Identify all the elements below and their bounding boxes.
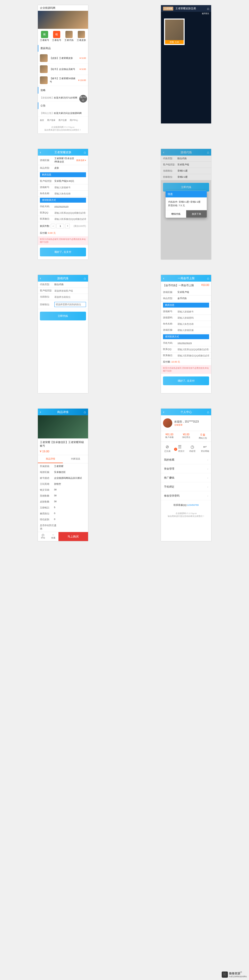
boost-button[interactable]: 立即代练 [40, 312, 86, 320]
section-tag-contact: 填写联系方式 [163, 334, 209, 339]
back-icon[interactable]: ‹ [163, 410, 164, 414]
stat-notice[interactable]: 0 篇网站公告 [195, 433, 211, 439]
detail-tabs: 商品详情 大家说说 [38, 455, 88, 463]
nav-register[interactable]: 用户注册 [57, 118, 68, 122]
home-icon[interactable]: ⌂ [207, 410, 209, 414]
field-client: 客户端类型:安卓客户端 [161, 162, 211, 168]
home-icon[interactable]: ⌂ [84, 150, 86, 154]
total-row: 应付额: 9.00 元 [38, 230, 88, 236]
avatar[interactable] [163, 418, 172, 428]
order-pending-pay[interactable]: ☰2待支付 [174, 444, 186, 453]
product-image [165, 19, 184, 40]
field-current-rank[interactable]: 当前段位: [38, 294, 88, 300]
menu-password[interactable]: 修改登录密码 [161, 492, 211, 500]
order-done[interactable]: ⊘已完成 [161, 444, 174, 453]
comment-icon[interactable]: 💬评论 [38, 533, 48, 541]
back-icon[interactable]: ‹ [163, 150, 164, 154]
field-role[interactable]: 角色名称: [38, 191, 88, 197]
nav-home[interactable]: 首页 [39, 118, 45, 122]
field-client[interactable]: 客户端类型:安卓客户端(9.00)元 [38, 178, 88, 185]
warning-text: 联系方式请务必填写,否则将导致不必要的损失本站概不负责! [161, 365, 211, 374]
account-input[interactable] [54, 186, 86, 189]
field-current-rank: 当前段位:青铜3-1星 [161, 168, 211, 174]
home-icon[interactable]: ⌂ [207, 276, 209, 280]
order-funds[interactable]: ↩资金明细 [199, 444, 211, 453]
role-input[interactable] [177, 323, 209, 325]
bottom-bar: 💬评论 ♡收藏 马上购买 [38, 532, 88, 541]
qq-input[interactable] [177, 348, 209, 351]
product-item[interactable]: 【账号】王者荣耀30级账号¥ 19.00 [38, 75, 88, 86]
field-account[interactable]: 游戏账号: [38, 185, 88, 191]
qty-plus[interactable]: + [65, 224, 70, 228]
qq-input[interactable] [54, 212, 86, 214]
order-status-row: ⊘已完成 ☰2待支付 ◷待处理 ↩资金明细 [161, 442, 211, 455]
product-price: ¥10.00 [201, 284, 209, 287]
order-processing[interactable]: ◷待处理 [186, 444, 199, 453]
pay-button[interactable]: 填好了, 去支付 [163, 377, 209, 385]
page-header: ‹ 一周金币上限 ⌂ [161, 275, 211, 282]
client-select[interactable] [54, 290, 86, 292]
nav-login[interactable]: 用户登录 [46, 118, 56, 122]
news-item[interactable]: 【网站公告】欢迎大家访问企业猫源码网 [38, 110, 88, 117]
field-boost-type[interactable]: 代练类型:段位代练 [38, 282, 88, 288]
wechat-input[interactable] [177, 354, 209, 357]
target-rank-select[interactable] [54, 302, 86, 307]
tab-detail[interactable]: 商品详情 [38, 455, 63, 463]
product-name: 王者荣耀【安卓微信区】王者荣耀30级账号 [38, 438, 88, 450]
field-phone[interactable]: 手机号码:15123123123 [38, 204, 88, 210]
favorite-icon[interactable]: ♡收藏 [48, 533, 59, 541]
category-row: 账王者账号 租王者租号 王者代练 王者皮肤 [38, 29, 88, 44]
home-icon[interactable]: ⌂ [84, 276, 86, 280]
current-rank-select[interactable] [54, 296, 86, 298]
modal-continue[interactable]: 继续代练 [166, 210, 186, 218]
product-item[interactable]: 【皮肤】王者荣耀皮肤¥ 9.00 [38, 53, 88, 64]
back-icon[interactable]: ‹ [40, 276, 41, 280]
product-card[interactable]: 价格: 9.00 [164, 19, 185, 45]
field-client[interactable]: 客户端类型: [38, 288, 88, 294]
app-title: 企业猫源码网 [38, 5, 88, 11]
product-item[interactable]: 【租号】企业猫会员账号¥ 9.00 [38, 64, 88, 75]
home-icon[interactable]: ⌂ [207, 6, 209, 11]
buy-button[interactable]: 马上购买 [59, 532, 88, 541]
cat-account[interactable]: 账王者账号 [39, 31, 50, 42]
home-icon[interactable]: ⌂ [84, 410, 86, 414]
logout-link[interactable]: 注销登录 [174, 423, 199, 426]
menu-funds[interactable]: 资金管理 [161, 465, 211, 473]
stat-frozen[interactable]: ¥0.00冻结资金 [178, 433, 195, 439]
server-input[interactable] [177, 329, 209, 331]
field-target-rank[interactable]: 目标段位: [38, 300, 88, 309]
qty-input[interactable] [56, 224, 64, 228]
wechat-input[interactable] [54, 218, 86, 220]
account-input[interactable] [177, 310, 209, 313]
page-header: ‹ 商品详情 ⌂ [38, 409, 88, 415]
field-server[interactable]: 游戏区服:王者荣耀 /安卓全区 /苹果全区更多选择 ▾ [38, 156, 88, 165]
qty-minus[interactable]: − [51, 224, 55, 228]
footer-copyright: 企业猫源码网 © 2.71ly.cn请勿用来进行违法活动你将负法律责任！ [38, 124, 88, 134]
game-logo: 王者荣耀 [163, 7, 173, 11]
back-icon[interactable]: ‹ [163, 276, 164, 280]
back-icon[interactable]: ‹ [40, 150, 41, 154]
boost-button: 立即代练 [163, 183, 209, 192]
password-input[interactable] [177, 317, 209, 319]
role-input[interactable] [54, 192, 86, 195]
pay-button[interactable]: 填好了, 去支付 [40, 248, 86, 256]
footer-nav: 首页 用户登录 用户注册 用户中心 [38, 117, 88, 124]
modal-cancel[interactable]: 放弃下单 [186, 210, 207, 218]
field-target-rank: 目标段位:青铜2-2星 [161, 174, 211, 180]
back-icon[interactable]: ‹ [40, 410, 41, 414]
contact-qq[interactable]: 123456789 [187, 504, 198, 506]
field-qq[interactable]: 联系QQ: [38, 210, 88, 216]
product-price: ¥ 19.00 [38, 450, 88, 455]
field-wechat[interactable]: 联系微信: [38, 216, 88, 222]
tab-comments[interactable]: 大家说说 [63, 455, 88, 463]
stat-balance[interactable]: ¥91.00账户余额 [161, 433, 178, 439]
float-user-button[interactable]: 用户中心 [79, 95, 87, 103]
cat-skin[interactable]: 王者皮肤 [76, 31, 87, 42]
cat-boost[interactable]: 王者代练 [63, 31, 75, 42]
menu-phone[interactable]: 手机绑定 [161, 482, 211, 492]
menu-promote[interactable]: 推广赚钱 [161, 473, 211, 482]
menu-favorites[interactable]: 我的收藏 [161, 455, 211, 465]
nav-user[interactable]: 用户中心 [69, 118, 79, 122]
home-icon[interactable]: ⌂ [207, 150, 209, 154]
cat-rent[interactable]: 租王者租号 [51, 31, 62, 42]
